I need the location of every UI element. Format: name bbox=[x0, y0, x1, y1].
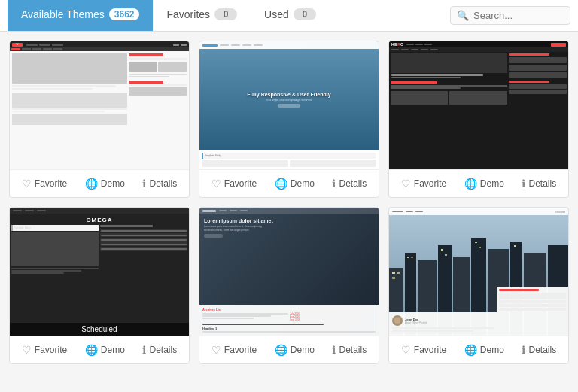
demo-label: Demo bbox=[101, 345, 125, 355]
favorite-label: Favorite bbox=[35, 345, 67, 355]
theme-preview-nomad: Nomad John Doe About • Blog • Portfolio bbox=[389, 208, 568, 336]
details-label: Details bbox=[339, 178, 367, 189]
details-label: Details bbox=[528, 178, 556, 189]
heart-icon: ♡ bbox=[22, 344, 32, 356]
demo-btn-weekly[interactable]: 🌐 Demo bbox=[82, 176, 128, 191]
theme-actions-primer: ♡ Favorite 🌐 Demo ℹ Details bbox=[199, 336, 379, 363]
details-label: Details bbox=[528, 345, 556, 355]
svg-rect-11 bbox=[392, 272, 395, 274]
svg-rect-17 bbox=[445, 254, 447, 256]
favorite-label: Favorite bbox=[224, 178, 257, 189]
heart-icon: ♡ bbox=[401, 344, 411, 356]
info-icon: ℹ bbox=[522, 178, 525, 190]
favorite-btn-omega[interactable]: ♡ Favorite bbox=[19, 342, 70, 357]
demo-label: Demo bbox=[291, 345, 315, 355]
demo-label: Demo bbox=[480, 345, 504, 355]
info-icon: ℹ bbox=[332, 344, 336, 356]
tab-favorites[interactable]: Favorites 0 bbox=[153, 0, 251, 31]
tab-available-label: Available Themes bbox=[21, 8, 105, 20]
theme-preview-ascent: Fully Responsive & User Friendly It is a… bbox=[199, 41, 379, 169]
tab-used-count: 0 bbox=[294, 8, 316, 20]
tab-available-count: 3662 bbox=[109, 8, 140, 20]
globe-icon: 🌐 bbox=[85, 344, 98, 356]
theme-card-omega: OMEGA Template: Sticky bbox=[9, 207, 190, 364]
svg-rect-12 bbox=[397, 272, 400, 274]
details-btn-omega[interactable]: ℹ Details bbox=[139, 342, 180, 357]
globe-icon: 🌐 bbox=[464, 178, 477, 190]
search-icon: 🔍 bbox=[457, 10, 469, 21]
svg-rect-14 bbox=[407, 257, 409, 258]
globe-icon: 🌐 bbox=[275, 178, 287, 190]
favorite-label: Favorite bbox=[414, 178, 446, 189]
details-label: Details bbox=[339, 345, 367, 355]
theme-card-nomad: Nomad John Doe About • Blog • Portfolio bbox=[388, 207, 569, 364]
tab-used-label: Used bbox=[264, 8, 289, 20]
heart-icon: ♡ bbox=[401, 178, 411, 190]
theme-preview-hiero: HIERO bbox=[389, 41, 568, 169]
favorite-btn-ascent[interactable]: ♡ Favorite bbox=[208, 176, 260, 191]
svg-rect-19 bbox=[479, 247, 481, 248]
info-icon: ℹ bbox=[142, 344, 146, 356]
theme-card-weekly: W bbox=[9, 41, 190, 198]
svg-rect-20 bbox=[514, 245, 516, 247]
theme-card-primer: Lorem ipsum dolor sit amet Lorem lacus p… bbox=[199, 207, 379, 364]
theme-card-ascent: Fully Responsive & User Friendly It is a… bbox=[199, 41, 379, 198]
heart-icon: ♡ bbox=[211, 178, 221, 190]
demo-btn-ascent[interactable]: 🌐 Demo bbox=[272, 176, 318, 191]
theme-preview-weekly: W bbox=[10, 41, 189, 169]
demo-btn-omega[interactable]: 🌐 Demo bbox=[82, 342, 128, 357]
info-icon: ℹ bbox=[142, 178, 146, 190]
tab-used[interactable]: Used 0 bbox=[251, 0, 330, 31]
tab-bar: Available Themes 3662 Favorites 0 Used 0… bbox=[0, 0, 578, 32]
heart-icon: ♡ bbox=[22, 178, 32, 190]
details-label: Details bbox=[149, 345, 177, 355]
theme-actions-hiero: ♡ Favorite 🌐 Demo ℹ Details bbox=[389, 169, 568, 197]
tab-favorites-count: 0 bbox=[214, 8, 237, 20]
scheduled-badge: Scheduled bbox=[10, 323, 189, 336]
details-btn-primer[interactable]: ℹ Details bbox=[329, 342, 370, 357]
favorite-label: Favorite bbox=[414, 345, 446, 355]
demo-label: Demo bbox=[101, 178, 125, 189]
theme-preview-omega: OMEGA Template: Sticky bbox=[10, 208, 189, 336]
demo-label: Demo bbox=[480, 178, 504, 189]
theme-preview-primer: Lorem ipsum dolor sit amet Lorem lacus p… bbox=[199, 208, 379, 336]
tab-favorites-label: Favorites bbox=[166, 8, 210, 20]
svg-rect-15 bbox=[411, 257, 413, 258]
theme-card-hiero: HIERO bbox=[388, 41, 569, 198]
favorite-btn-hiero[interactable]: ♡ Favorite bbox=[398, 176, 449, 191]
favorite-label: Favorite bbox=[35, 178, 67, 189]
theme-actions-omega: ♡ Favorite 🌐 Demo ℹ Details bbox=[10, 336, 189, 363]
details-btn-weekly[interactable]: ℹ Details bbox=[139, 176, 180, 191]
svg-rect-18 bbox=[475, 242, 477, 243]
theme-actions-weekly: ♡ Favorite 🌐 Demo ℹ Details bbox=[10, 169, 189, 197]
info-icon: ℹ bbox=[522, 344, 525, 356]
favorite-btn-primer[interactable]: ♡ Favorite bbox=[208, 342, 260, 357]
theme-actions-nomad: ♡ Favorite 🌐 Demo ℹ Details bbox=[389, 336, 568, 363]
search-input[interactable] bbox=[473, 10, 564, 21]
details-btn-ascent[interactable]: ℹ Details bbox=[329, 176, 370, 191]
favorite-label: Favorite bbox=[224, 345, 257, 355]
demo-btn-nomad[interactable]: 🌐 Demo bbox=[461, 342, 507, 357]
favorite-btn-weekly[interactable]: ♡ Favorite bbox=[19, 176, 70, 191]
heart-icon: ♡ bbox=[211, 344, 221, 356]
theme-actions-ascent: ♡ Favorite 🌐 Demo ℹ Details bbox=[199, 169, 379, 197]
details-btn-hiero[interactable]: ℹ Details bbox=[519, 176, 559, 191]
demo-btn-primer[interactable]: 🌐 Demo bbox=[272, 342, 318, 357]
globe-icon: 🌐 bbox=[85, 178, 98, 190]
details-btn-nomad[interactable]: ℹ Details bbox=[519, 342, 559, 357]
demo-btn-hiero[interactable]: 🌐 Demo bbox=[461, 176, 507, 191]
svg-rect-13 bbox=[392, 277, 395, 279]
tab-available[interactable]: Available Themes 3662 bbox=[8, 0, 153, 31]
globe-icon: 🌐 bbox=[464, 344, 477, 356]
themes-grid: W bbox=[0, 32, 578, 373]
info-icon: ℹ bbox=[332, 178, 336, 190]
favorite-btn-nomad[interactable]: ♡ Favorite bbox=[398, 342, 449, 357]
search-box: 🔍 bbox=[450, 6, 570, 25]
demo-label: Demo bbox=[291, 178, 315, 189]
details-label: Details bbox=[149, 178, 177, 189]
svg-rect-16 bbox=[441, 249, 443, 251]
globe-icon: 🌐 bbox=[275, 344, 287, 356]
